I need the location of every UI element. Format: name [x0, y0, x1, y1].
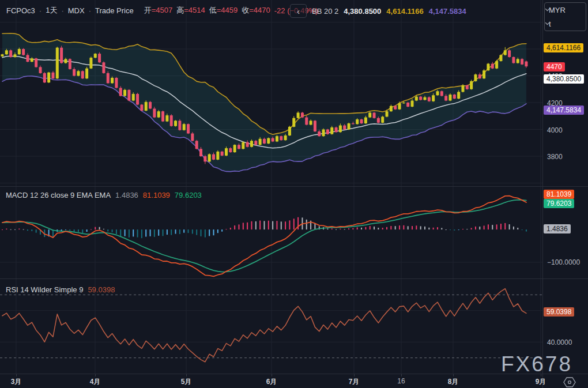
time-axis-tick: [272, 374, 272, 376]
time-axis-label: 3月: [11, 377, 22, 387]
price-badge: 81.1039: [544, 190, 574, 199]
price-badge: 4,147.5834: [544, 106, 584, 115]
high-value: 4514: [189, 6, 205, 14]
macd-signal-value: 79.6203: [175, 191, 202, 199]
low-group: 低=4459: [209, 5, 238, 16]
price-badge: 4470: [544, 62, 565, 71]
currency-select[interactable]: MYR: [545, 3, 586, 16]
time-axis-label: 8月: [448, 377, 459, 387]
close-group: 收=4470: [242, 5, 270, 16]
time-axis-tick: [354, 374, 355, 376]
fx678-watermark: FX678: [501, 352, 572, 376]
open-value: 4507: [156, 6, 172, 14]
scale-tick-label: 4000: [547, 126, 563, 134]
bb-upper-value: 4,614.1166: [386, 7, 423, 16]
time-axis[interactable]: 3月4月5月6月7月168月9月: [0, 374, 588, 388]
fx678-logo-icon[interactable]: [563, 376, 576, 388]
back-button[interactable]: ‹: [290, 4, 307, 18]
separator-dot: ·: [61, 6, 63, 15]
chevron-down-icon: [545, 8, 550, 12]
low-label: 低: [209, 6, 217, 14]
time-axis-label: 6月: [266, 377, 277, 387]
bb-lower-value: 4,147.5834: [429, 7, 466, 16]
currency-value: MYR: [549, 6, 566, 14]
scale-tick-label: −100.0000: [547, 258, 580, 266]
macd-hist-value: 1.4836: [115, 191, 138, 199]
bb-indicator-header: ‹ BB 20 2 4,380.8500 4,614.1166 4,147.58…: [290, 4, 466, 18]
low-value: 4459: [221, 6, 238, 14]
scale-tick-label: 3800: [547, 153, 563, 161]
macd-line-value: 81.1039: [143, 191, 170, 199]
close-value: 4470: [254, 6, 270, 14]
main-price-pane[interactable]: [0, 0, 542, 186]
separator-dot: ·: [89, 6, 91, 15]
high-label: 高: [176, 6, 184, 14]
bb-basis-value: 4,380.8500: [344, 7, 381, 16]
time-axis-label: 16: [397, 377, 405, 385]
macd-title[interactable]: MACD 12 26 close 9 EMA EMA: [6, 191, 111, 199]
separator-dot: ·: [39, 6, 42, 15]
rsi-title[interactable]: RSI 14 Wilder Simple 9: [6, 285, 83, 294]
time-axis-tick: [401, 374, 402, 376]
chevron-down-icon: [545, 22, 550, 25]
exchange-label: MDX: [68, 6, 85, 15]
unit-select[interactable]: t: [545, 17, 586, 30]
time-axis-tick: [186, 374, 187, 376]
time-axis-tick: [16, 374, 17, 376]
time-axis-label: 7月: [349, 377, 360, 387]
time-axis-tick: [95, 374, 96, 376]
price-badge: 79.6203: [544, 199, 574, 208]
open-label: 开: [144, 6, 152, 14]
open-group: 开=4507: [144, 5, 173, 16]
trading-chart-app: 46004400420040003800−100.000040.00004,61…: [0, 0, 588, 388]
bb-title[interactable]: BB 20 2: [312, 7, 338, 16]
price-type-label: Trade Price: [95, 6, 134, 15]
time-axis-label: 4月: [90, 377, 101, 387]
axis-unit-selector: MYR t: [544, 2, 586, 31]
rsi-value: 59.0398: [88, 285, 115, 294]
macd-indicator-header: MACD 12 26 close 9 EMA EMA 1.4836 81.103…: [6, 191, 202, 199]
chevron-left-icon: ‹: [297, 7, 300, 16]
interval-label[interactable]: 1天: [46, 5, 57, 16]
pane-separator-macd-rsi[interactable]: [0, 278, 588, 279]
time-axis-label: 5月: [181, 377, 192, 387]
price-badge: 4,380.8500: [544, 74, 584, 84]
scale-tick-label: 40.0000: [547, 338, 572, 346]
rsi-indicator-header: RSI 14 Wilder Simple 9 59.0398: [6, 285, 115, 294]
symbol-header: FCPOc3 · 1天 · MDX · Trade Price 开=4507 高…: [0, 0, 318, 21]
price-badge: 59.0398: [544, 307, 574, 317]
price-badge: 1.4836: [544, 224, 571, 233]
symbol-name[interactable]: FCPOc3: [6, 6, 35, 15]
time-axis-tick: [453, 374, 454, 376]
equals-sign: =: [184, 6, 189, 14]
high-group: 高=4514: [176, 5, 205, 16]
equals-sign: =: [249, 6, 254, 14]
close-label: 收: [242, 6, 249, 14]
price-badge: 4,614.1166: [544, 43, 583, 52]
macd-pane[interactable]: [0, 187, 542, 278]
time-axis-label: 9月: [536, 377, 546, 387]
price-scale[interactable]: 46004400420040003800−100.000040.00004,61…: [543, 0, 588, 388]
pane-separator-main-macd[interactable]: [0, 186, 588, 187]
